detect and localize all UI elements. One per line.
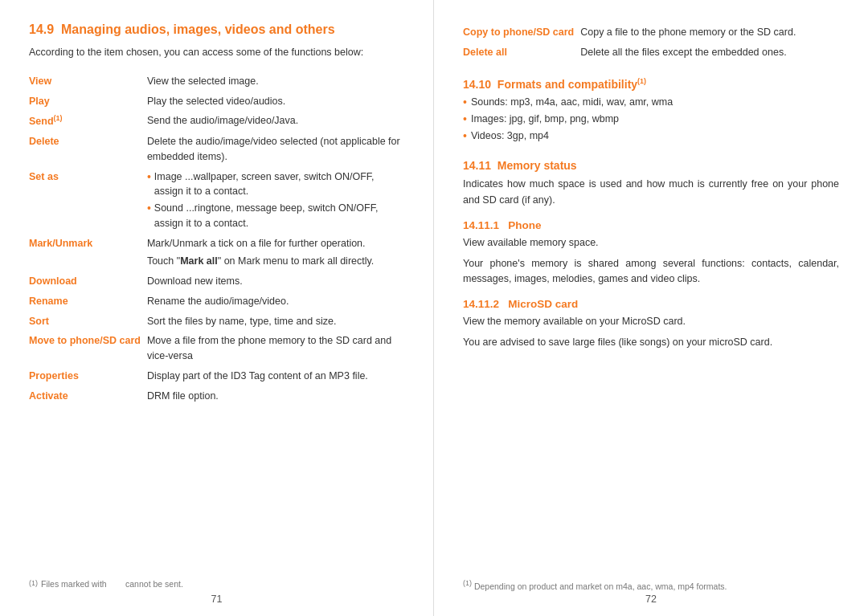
desc-move: Move a file from the phone memory to the… <box>147 331 404 366</box>
desc-setas: • Image ...wallpaper, screen saver, swit… <box>147 167 404 234</box>
section-14-11-1-title: 14.11.1 Phone <box>463 219 839 231</box>
bullet-dot: • <box>147 201 151 215</box>
term-sort: Sort <box>29 312 147 332</box>
term-setas: Set as <box>29 167 147 234</box>
left-page-number: 71 <box>0 594 433 605</box>
list-item: • Videos: 3gp, mp4 <box>463 129 839 144</box>
term-move: Move to phone/SD card <box>29 331 147 366</box>
intro-text: According to the item chosen, you can ac… <box>29 45 404 60</box>
term-deleteall: Delete all <box>463 43 580 63</box>
microsd-text2: You are advised to save large files (lik… <box>463 335 839 350</box>
desc-play: Play the selected video/audios. <box>147 92 404 112</box>
desc-send: Send the audio/image/video/Java. <box>147 111 404 132</box>
section-14-11-title: 14.11 Memory status <box>463 159 839 172</box>
table-row: Properties Display part of the ID3 Tag c… <box>29 366 404 386</box>
table-row: Mark/Unmark Mark/Unmark a tick on a file… <box>29 234 404 272</box>
table-row: Delete Delete the audio/image/video sele… <box>29 132 404 167</box>
desc-rename: Rename the audio/image/video. <box>147 292 404 312</box>
right-footnote: (1) Depending on product and market on m… <box>463 579 839 591</box>
table-row: Activate DRM file option. <box>29 386 404 406</box>
desc-view: View the selected image. <box>147 71 404 92</box>
term-table-left: View View the selected image. Play Play … <box>29 71 404 406</box>
desc-delete: Delete the audio/image/video selected (n… <box>147 132 404 167</box>
desc-download: Download new items. <box>147 271 404 292</box>
table-row: Delete all Delete all the files except t… <box>463 43 839 63</box>
desc-deleteall: Delete all the files except the embedded… <box>580 43 839 63</box>
bullet-dot: • <box>463 129 467 143</box>
table-row: Move to phone/SD card Move a file from t… <box>29 331 404 366</box>
term-rename: Rename <box>29 292 147 312</box>
desc-activate: DRM file option. <box>147 386 404 406</box>
desc-copy: Copy a file to the phone memory or the S… <box>580 22 839 43</box>
table-row: Sort Sort the files by name, type, time … <box>29 312 404 332</box>
left-footnote: (1) Files marked with cannot be sent. <box>29 579 404 591</box>
section-14-11-2-title: 14.11.2 MicroSD card <box>463 298 839 310</box>
right-page-number: 72 <box>434 594 868 605</box>
microsd-text1: View the memory available on your MicroS… <box>463 314 839 329</box>
desc-sort: Sort the files by name, type, time and s… <box>147 312 404 332</box>
term-view: View <box>29 71 147 92</box>
bullet-dot: • <box>147 169 151 184</box>
term-markunmark: Mark/Unmark <box>29 234 147 272</box>
term-send: Send(1) <box>29 111 147 132</box>
term-delete: Delete <box>29 132 147 167</box>
table-row: Copy to phone/SD card Copy a file to the… <box>463 22 839 43</box>
table-row: Set as • Image ...wallpaper, screen save… <box>29 167 404 234</box>
bullet-dot: • <box>463 112 467 126</box>
section-14-9-title: 14.9 Managing audios, images, videos and… <box>29 22 404 37</box>
table-row: Send(1) Send the audio/image/video/Java. <box>29 111 404 132</box>
term-play: Play <box>29 92 147 112</box>
phone-text2: Your phone's memory is shared among seve… <box>463 256 839 288</box>
term-activate: Activate <box>29 386 147 406</box>
table-row: View View the selected image. <box>29 71 404 92</box>
list-item: • Images: jpg, gif, bmp, png, wbmp <box>463 112 839 127</box>
bullet-dot: • <box>463 95 467 109</box>
phone-text1: View available memory space. <box>463 235 839 251</box>
section-14-10-title: 14.10 Formats and compatibility(1) <box>463 77 839 91</box>
term-properties: Properties <box>29 366 147 386</box>
term-table-right-top: Copy to phone/SD card Copy a file to the… <box>463 22 839 63</box>
list-item: • Sounds: mp3, m4a, aac, midi, wav, amr,… <box>463 95 839 110</box>
right-page: Copy to phone/SD card Copy a file to the… <box>434 0 868 616</box>
term-download: Download <box>29 271 147 292</box>
table-row: Download Download new items. <box>29 271 404 292</box>
table-row: Play Play the selected video/audios. <box>29 92 404 112</box>
term-copy: Copy to phone/SD card <box>463 22 580 43</box>
left-page: 14.9 Managing audios, images, videos and… <box>0 0 434 616</box>
section-14-11-intro: Indicates how much space is used and how… <box>463 177 839 208</box>
desc-markunmark: Mark/Unmark a tick on a file for further… <box>147 234 404 272</box>
table-row: Rename Rename the audio/image/video. <box>29 292 404 312</box>
desc-properties: Display part of the ID3 Tag content of a… <box>147 366 404 386</box>
